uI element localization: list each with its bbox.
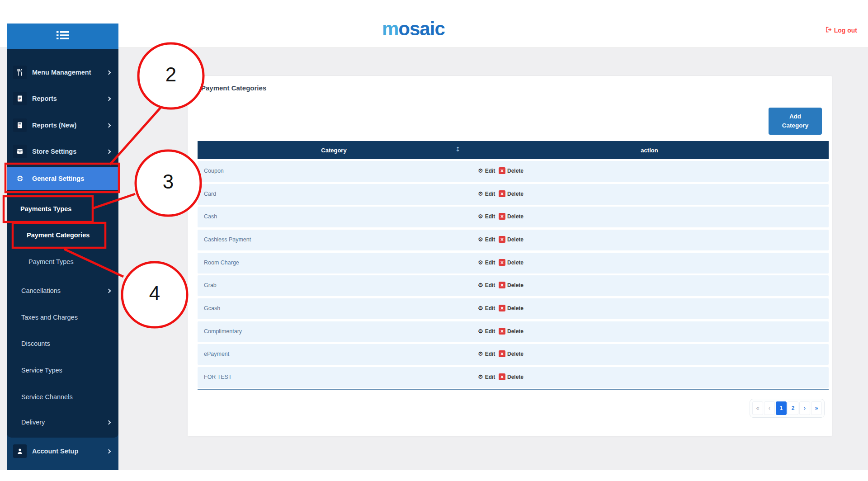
sidebar: Menu Management Reports Reports (New) [7, 24, 118, 470]
category-cell: Cashless Payment [204, 236, 251, 243]
delete-icon: × [499, 305, 505, 311]
sidebar-body: Menu Management Reports Reports (New) [7, 49, 118, 470]
sidebar-item-label: Reports [32, 95, 57, 102]
report-icon [13, 92, 27, 105]
app-window: mosaic Log out [0, 0, 868, 481]
edit-button[interactable]: ⚙Edit [478, 259, 495, 266]
pagination-last[interactable]: » [811, 401, 822, 415]
edit-button[interactable]: ⚙Edit [478, 190, 495, 197]
sidebar-item-label: Payment Categories [27, 231, 90, 239]
delete-icon: × [499, 213, 505, 220]
delete-icon: × [499, 373, 505, 380]
edit-button[interactable]: ⚙Edit [478, 305, 495, 311]
sidebar-item-cancellations[interactable]: Cancellations [7, 283, 118, 299]
edit-button[interactable]: ⚙Edit [478, 236, 495, 243]
column-header-action[interactable]: action [470, 141, 829, 159]
delete-button[interactable]: ×Delete [499, 213, 524, 220]
table-row: ePayment ⚙Edit ×Delete [198, 344, 829, 365]
table-row: Room Charge ⚙Edit ×Delete [198, 253, 829, 274]
delete-icon: × [499, 350, 505, 357]
table-header: Category ↕ action [198, 141, 829, 159]
gear-icon: ⚙ [13, 172, 27, 185]
page-title: Payment Categories [201, 84, 266, 92]
logout-button[interactable]: Log out [825, 26, 857, 34]
sidebar-item-payment-categories[interactable]: Payment Categories [7, 227, 118, 243]
table-row: Grab ⚙Edit ×Delete [198, 275, 829, 296]
edit-button[interactable]: ⚙Edit [478, 350, 495, 357]
logout-icon [825, 26, 832, 34]
delete-button[interactable]: ×Delete [499, 350, 524, 357]
pagination-page-2[interactable]: 2 [788, 401, 798, 415]
column-header-category[interactable]: Category [198, 141, 470, 159]
sidebar-item-label: Payment Types [28, 258, 74, 265]
delete-button[interactable]: ×Delete [499, 328, 524, 335]
gear-icon: ⚙ [478, 259, 483, 266]
gear-icon: ⚙ [478, 350, 483, 357]
sidebar-item-discounts[interactable]: Discounts [7, 335, 118, 352]
gear-icon: ⚙ [478, 282, 483, 288]
sidebar-item-reports-new[interactable]: Reports (New) [7, 117, 118, 133]
sidebar-item-payment-types[interactable]: Payment Types [7, 254, 118, 270]
gear-icon: ⚙ [478, 167, 483, 174]
sidebar-toggle-button[interactable] [7, 24, 118, 49]
sidebar-item-account-setup[interactable]: Account Setup [7, 440, 118, 462]
pagination-first[interactable]: « [752, 401, 763, 415]
chevron-right-icon [107, 123, 111, 127]
delete-icon: × [499, 167, 505, 174]
sidebar-item-label: Service Channels [21, 393, 73, 401]
edit-button[interactable]: ⚙Edit [478, 282, 495, 288]
sidebar-item-reports[interactable]: Reports [7, 90, 118, 107]
add-button-line2: Category [782, 121, 809, 130]
table-row: Cash ⚙Edit ×Delete [198, 207, 829, 227]
chevron-right-icon [107, 96, 111, 101]
edit-button[interactable]: ⚙Edit [478, 328, 495, 335]
delete-button[interactable]: ×Delete [499, 259, 524, 266]
logo-rest: osaic [398, 18, 444, 39]
category-cell: Grab [204, 282, 217, 288]
sidebar-item-service-channels[interactable]: Service Channels [7, 389, 118, 405]
pagination-page-1[interactable]: 1 [776, 401, 787, 415]
chevron-right-icon [107, 288, 111, 293]
delete-button[interactable]: ×Delete [499, 190, 524, 197]
delete-button[interactable]: ×Delete [499, 282, 524, 288]
sidebar-item-payments-types[interactable]: Payments Types [7, 201, 118, 217]
category-cell: Complimentary [204, 328, 242, 335]
edit-button[interactable]: ⚙Edit [478, 373, 495, 380]
table-row: Cashless Payment ⚙Edit ×Delete [198, 230, 829, 250]
sidebar-item-general-settings[interactable]: ⚙ General Settings [7, 167, 118, 190]
edit-button[interactable]: ⚙Edit [478, 167, 495, 174]
chevron-right-icon [107, 420, 111, 424]
gear-icon: ⚙ [478, 213, 483, 220]
sidebar-item-taxes-and-charges[interactable]: Taxes and Charges [7, 309, 118, 325]
gear-icon: ⚙ [478, 190, 483, 197]
delete-icon: × [499, 282, 505, 288]
edit-button[interactable]: ⚙Edit [478, 213, 495, 220]
pagination-next[interactable]: › [799, 401, 810, 415]
delete-icon: × [499, 259, 505, 266]
category-cell: Coupon [204, 168, 224, 174]
add-category-button[interactable]: Add Category [769, 108, 822, 135]
category-cell: ePayment [204, 351, 229, 357]
sidebar-item-label: General Settings [32, 175, 84, 182]
category-cell: Gcash [204, 305, 220, 311]
sidebar-item-label: Taxes and Charges [21, 314, 78, 321]
logo-letter-m: m [382, 18, 398, 39]
pagination-prev[interactable]: ‹ [764, 401, 775, 415]
chevron-right-icon [107, 149, 111, 154]
utensils-icon [13, 66, 27, 79]
table-row: Complimentary ⚙Edit ×Delete [198, 321, 829, 342]
delete-button[interactable]: ×Delete [499, 373, 524, 380]
sidebar-item-delivery[interactable]: Delivery [7, 414, 118, 430]
gear-icon: ⚙ [478, 236, 483, 243]
sidebar-item-service-types[interactable]: Service Types [7, 362, 118, 378]
sidebar-item-label: Cancellations [21, 287, 61, 294]
category-cell: Cash [204, 213, 217, 220]
header-divider [0, 47, 868, 48]
sidebar-item-store-settings[interactable]: Store Settings [7, 143, 118, 160]
sort-icon[interactable]: ↕ [455, 146, 461, 153]
delete-button[interactable]: ×Delete [499, 167, 524, 174]
sidebar-item-menu-management[interactable]: Menu Management [7, 64, 118, 80]
delete-button[interactable]: ×Delete [499, 305, 524, 311]
delete-button[interactable]: ×Delete [499, 236, 524, 243]
list-menu-icon [56, 30, 70, 42]
